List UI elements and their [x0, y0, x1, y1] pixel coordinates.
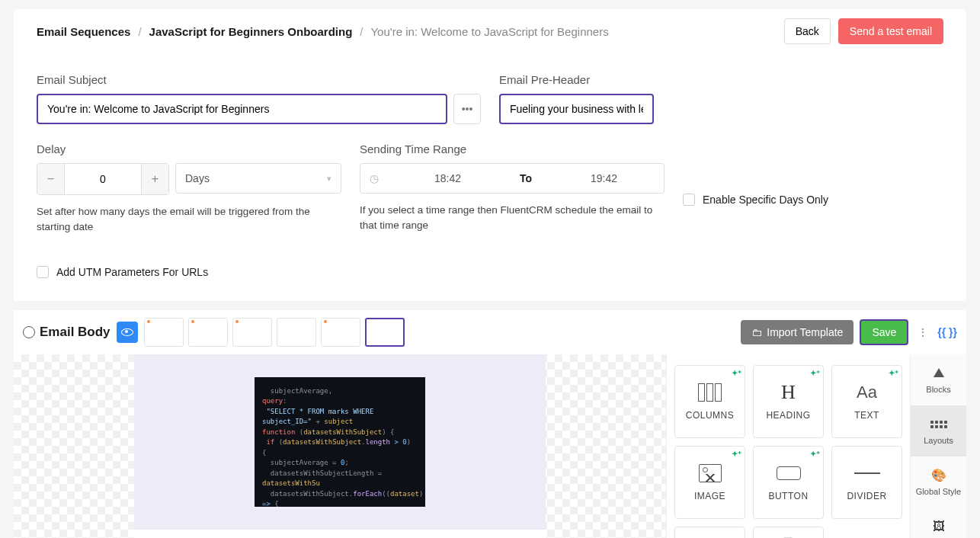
rail-stock-media[interactable]: 🖼 Stock Media [911, 508, 966, 539]
breadcrumb-current: You're in: Welcome to JavaScript for Beg… [370, 25, 608, 38]
email-preheader-label: Email Pre-Header [499, 73, 943, 86]
delay-value-input[interactable] [65, 164, 141, 194]
email-preview-heading: Welcome to JavaScript for Beginners! [134, 530, 546, 539]
rail-blocks[interactable]: Blocks [911, 354, 966, 405]
time-range-label: Sending Time Range [360, 143, 665, 155]
delay-label: Delay [37, 143, 341, 155]
folder-icon: 🗀 [751, 326, 762, 338]
clock-icon: ◷ [360, 172, 388, 184]
email-preheader-input[interactable] [499, 94, 654, 124]
add-utm-parameters-checkbox[interactable]: Add UTM Parameters For URLs [37, 266, 943, 278]
rail-global-style[interactable]: 🎨 Global Style [911, 456, 966, 508]
block-next-2[interactable]: ☰ [753, 527, 824, 539]
email-canvas[interactable]: subjectAverage, query: "SELECT * FROM ma… [14, 354, 666, 539]
hero-code-image: subjectAverage, query: "SELECT * FROM ma… [255, 377, 425, 507]
email-subject-input[interactable] [37, 94, 447, 124]
breadcrumb: Email Sequences / JavaScript for Beginne… [37, 25, 609, 38]
time-range-from: 18:42 [388, 172, 508, 184]
ai-badge-icon: ✦⁺ [889, 369, 898, 377]
save-button[interactable]: Save [860, 319, 908, 345]
grid-icon [930, 421, 947, 428]
form-area: Email Subject ••• Email Pre-Header Delay… [14, 53, 966, 301]
email-preview: subjectAverage, query: "SELECT * FROM ma… [134, 354, 546, 539]
header-bar: Email Sequences / JavaScript for Beginne… [14, 9, 966, 53]
block-next-1[interactable]: </> [674, 527, 745, 539]
email-body-title: Email Body [23, 325, 110, 340]
email-body-toolbar: Email Body 🗀 Import Template Save ⋮ {{ }… [14, 310, 966, 354]
subject-more-button[interactable]: ••• [453, 94, 481, 124]
blocks-sidebar: ✦⁺ COLUMNS ✦⁺ H HEADING ✦⁺ Aa TEXT ✦⁺ IM… [666, 354, 910, 539]
block-text[interactable]: ✦⁺ Aa TEXT [831, 365, 902, 438]
breadcrumb-mid[interactable]: JavaScript for Beginners Onboarding [149, 25, 353, 38]
enable-specific-days-checkbox[interactable]: Enable Specific Days Only [683, 194, 828, 206]
delay-stepper: − + [37, 163, 169, 195]
more-options-button[interactable]: ⋮ [914, 326, 931, 338]
ai-badge-icon: ✦⁺ [732, 369, 741, 377]
template-option-5[interactable] [321, 318, 360, 347]
time-range-helper-text: If you select a time range then FluentCR… [360, 203, 665, 234]
block-image[interactable]: ✦⁺ IMAGE [674, 446, 745, 519]
back-button[interactable]: Back [784, 18, 831, 44]
block-button[interactable]: ✦⁺ BUTTON [753, 446, 824, 519]
template-option-3[interactable] [232, 318, 272, 347]
media-icon: 🖼 [914, 518, 963, 535]
ai-badge-icon: ✦⁺ [810, 450, 820, 458]
rail-layouts[interactable]: Layouts [911, 405, 966, 456]
time-range-picker[interactable]: ◷ 18:42 To 19:42 [360, 163, 665, 194]
preview-button[interactable] [117, 322, 138, 343]
template-option-4[interactable] [277, 318, 316, 347]
editor-area: subjectAverage, query: "SELECT * FROM ma… [14, 354, 966, 539]
palette-icon: 🎨 [914, 467, 963, 484]
import-template-button[interactable]: 🗀 Import Template [741, 320, 853, 344]
breadcrumb-root[interactable]: Email Sequences [37, 25, 130, 38]
time-range-to-label: To [508, 172, 544, 184]
gear-icon [23, 326, 35, 338]
eye-icon [121, 328, 133, 336]
block-columns[interactable]: ✦⁺ COLUMNS [674, 365, 745, 438]
delay-helper-text: Set after how many days the email will b… [37, 204, 341, 235]
send-test-email-button[interactable]: Send a test email [838, 18, 943, 44]
time-range-to: 19:42 [544, 172, 664, 184]
block-heading[interactable]: ✦⁺ H HEADING [753, 365, 824, 438]
chevron-down-icon: ▾ [327, 174, 331, 184]
template-option-6[interactable] [365, 318, 405, 347]
right-rail: Blocks Layouts 🎨 Global Style 🖼 Stock Me… [910, 354, 966, 539]
template-option-2[interactable] [188, 318, 228, 347]
delay-unit-select[interactable]: Days ▾ [175, 163, 341, 194]
ai-badge-icon: ✦⁺ [810, 369, 820, 377]
block-divider[interactable]: DIVIDER [831, 446, 902, 519]
template-option-1[interactable] [144, 318, 184, 347]
merge-tags-button[interactable]: {{ }} [937, 326, 957, 338]
delay-increment-button[interactable]: + [141, 164, 168, 194]
ai-badge-icon: ✦⁺ [732, 450, 741, 458]
delay-decrement-button[interactable]: − [37, 164, 65, 194]
shapes-icon [934, 368, 944, 377]
email-subject-label: Email Subject [37, 73, 481, 86]
